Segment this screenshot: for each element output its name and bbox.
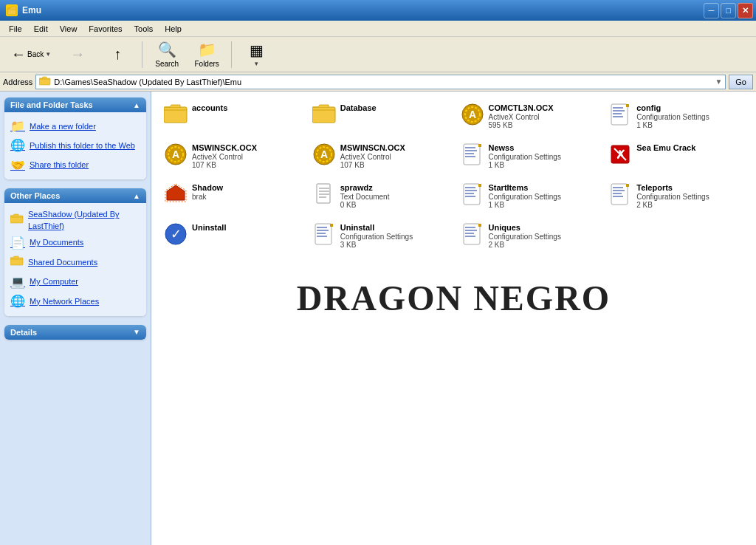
file-item-database[interactable]: Database: [307, 99, 453, 136]
titlebar-left: Emu: [6, 4, 41, 16]
database-name: Database: [340, 103, 447, 113]
file-folder-tasks-header[interactable]: File and Folder Tasks ▲: [4, 97, 146, 112]
new-folder-icon: 📁: [10, 118, 25, 134]
svg-rect-59: [465, 230, 477, 231]
menu-tools[interactable]: Tools: [128, 23, 159, 35]
svg-rect-3: [10, 258, 23, 265]
shared-documents-label: Shared Documents: [28, 257, 97, 268]
file-item-crack[interactable]: ✗ Sea Emu Crack: [603, 139, 749, 176]
my-network-places-label: My Network Places: [30, 296, 99, 307]
maximize-button[interactable]: □: [721, 3, 736, 18]
svg-rect-56: [330, 224, 333, 227]
svg-rect-55: [317, 236, 327, 237]
my-documents-link[interactable]: 📄 My Documents: [7, 233, 143, 253]
menu-favorites[interactable]: Favorites: [83, 23, 128, 35]
menu-edit[interactable]: Edit: [28, 23, 54, 35]
svg-rect-11: [613, 110, 625, 112]
file-item-shadow[interactable]: Shadow brak: [159, 179, 304, 216]
teleports-size: 2 KB: [636, 201, 743, 209]
file-item-teleports[interactable]: Teleports Configuration Settings 2 KB: [603, 179, 749, 216]
sprawdz-size: 0 KB: [340, 201, 447, 209]
file-item-mswinsck[interactable]: A MSWINSCK.OCX ActiveX Control 107 KB: [159, 139, 304, 176]
network-places-icon: 🌐: [10, 293, 25, 309]
seashadow-link[interactable]: SeaShadow (Updated By LastThief): [7, 208, 143, 233]
up-icon: ↑: [114, 46, 121, 63]
sprawdz-icon: [312, 182, 336, 211]
address-input[interactable]: D:\Games\SeaShadow (Updated By LastThief…: [54, 78, 715, 86]
my-documents-label: My Documents: [30, 237, 83, 248]
search-icon: 🔍: [158, 41, 176, 58]
folders-button[interactable]: 📁 Folders: [188, 38, 225, 71]
go-button[interactable]: Go: [729, 75, 753, 89]
seashadow-label: SeaShadow (Updated By LastThief): [28, 209, 140, 232]
svg-rect-53: [317, 230, 329, 231]
crack-info: Sea Emu Crack: [636, 143, 743, 153]
back-button[interactable]: ← Back ▼: [6, 38, 56, 71]
file-item-mswinscn[interactable]: A MSWINSCN.OCX ActiveX Control 107 KB: [307, 139, 453, 176]
uniques-name: Uniques: [489, 222, 596, 233]
addressbar: Address D:\Games\SeaShadow (Updated By L…: [0, 72, 756, 92]
other-places-header[interactable]: Other Places ▲: [4, 188, 146, 203]
file-item-uninstall-1[interactable]: ✓ Uninstall: [159, 219, 304, 256]
mswinsck-icon: A: [164, 143, 188, 171]
sprawdz-type: Text Document: [340, 193, 447, 201]
svg-rect-58: [465, 227, 475, 228]
my-computer-link[interactable]: 💻 My Computer: [7, 272, 143, 292]
file-item-accounts[interactable]: accounts: [159, 99, 304, 136]
details-title: Details: [10, 328, 37, 337]
svg-rect-24: [465, 153, 474, 154]
my-network-places-link[interactable]: 🌐 My Network Places: [7, 292, 143, 311]
svg-rect-25: [465, 156, 475, 157]
details-header[interactable]: Details ▼: [4, 325, 146, 340]
svg-rect-0: [7, 8, 16, 15]
svg-rect-14: [626, 104, 629, 107]
shared-documents-link[interactable]: Shared Documents: [7, 253, 143, 272]
file-grid: accounts Database A: [159, 99, 749, 256]
svg-rect-10: [613, 107, 623, 109]
search-button[interactable]: 🔍 Search: [148, 38, 185, 71]
publish-icon: 🌐: [10, 137, 25, 154]
titlebar-title: Emu: [22, 5, 41, 16]
svg-rect-54: [317, 233, 326, 234]
newss-type: Configuration Settings: [489, 153, 596, 161]
file-item-uniques[interactable]: Uniques Configuration Settings 2 KB: [456, 219, 601, 256]
crack-name: Sea Emu Crack: [636, 143, 743, 153]
uninstall-2-icon: [312, 222, 336, 251]
make-new-folder-link[interactable]: 📁 Make a new folder: [7, 117, 143, 136]
view-button[interactable]: ▦ ▼: [238, 38, 275, 71]
comctl3n-icon: A: [461, 103, 484, 131]
share-folder-label: Share this folder: [30, 160, 89, 171]
file-item-comctl3n[interactable]: A COMCTL3N.OCX ActiveX Control 595 KB: [456, 99, 601, 136]
accounts-name: accounts: [192, 103, 299, 113]
menu-help[interactable]: Help: [159, 23, 188, 35]
publish-folder-link[interactable]: 🌐 Publish this folder to the Web: [7, 136, 143, 155]
file-item-newss[interactable]: Newss Configuration Settings 1 KB: [456, 139, 601, 176]
toolbar: ← Back ▼ → ↑ 🔍 Search 📁 Folders ▦ ▼: [0, 37, 756, 72]
share-folder-link[interactable]: 🤝 Share this folder: [7, 156, 143, 175]
close-button[interactable]: ✕: [738, 3, 753, 18]
file-item-uninstall-2[interactable]: Uninstall Configuration Settings 3 KB: [307, 219, 453, 256]
database-icon: [312, 103, 336, 128]
up-button[interactable]: ↑: [99, 38, 136, 71]
startitems-info: StartItems Configuration Settings 1 KB: [489, 182, 596, 209]
svg-rect-13: [613, 116, 623, 117]
watermark: DRAGON NEGRO: [159, 278, 749, 318]
svg-rect-39: [465, 190, 477, 191]
comctl3n-type: ActiveX Control: [489, 113, 596, 121]
forward-button[interactable]: →: [59, 38, 96, 71]
back-label: Back: [27, 50, 44, 58]
address-dropdown-icon[interactable]: ▼: [715, 78, 722, 86]
file-item-startitems[interactable]: StartItems Configuration Settings 1 KB: [456, 179, 601, 216]
my-computer-label: My Computer: [30, 276, 78, 287]
file-item-config[interactable]: config Configuration Settings 1 KB: [603, 99, 749, 136]
file-item-sprawdz[interactable]: sprawdz Text Document 0 KB: [307, 179, 453, 216]
svg-text:A: A: [468, 109, 475, 120]
teleports-name: Teleports: [636, 182, 743, 193]
uninstall-1-info: Uninstall: [192, 222, 299, 233]
menu-file[interactable]: File: [3, 23, 28, 35]
minimize-button[interactable]: ─: [704, 3, 719, 18]
svg-rect-47: [613, 196, 623, 197]
accounts-icon: [164, 103, 188, 128]
comctl3n-info: COMCTL3N.OCX ActiveX Control 595 KB: [489, 103, 596, 129]
menu-view[interactable]: View: [54, 23, 83, 35]
